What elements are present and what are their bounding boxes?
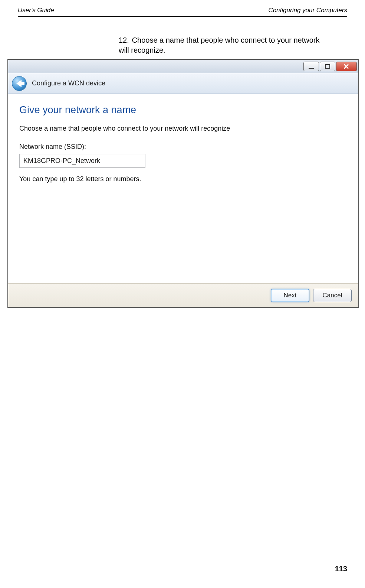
minimize-icon <box>309 64 314 69</box>
breadcrumb-bar: Configure a WCN device <box>8 73 358 94</box>
header-right: Configuring your Computers <box>268 7 347 14</box>
wizard-content: Give your network a name Choose a name t… <box>8 94 358 283</box>
maximize-button[interactable] <box>320 62 335 71</box>
maximize-icon <box>325 64 330 69</box>
wizard-subtitle: Choose a name that people who connect to… <box>19 125 347 133</box>
cancel-button[interactable]: Cancel <box>313 289 352 302</box>
back-arrow-icon <box>16 80 22 87</box>
wizard-button-bar: Next Cancel <box>8 283 358 307</box>
step-instruction: 12. Choose a name that people who connec… <box>119 35 328 55</box>
next-button[interactable]: Next <box>271 289 309 302</box>
back-button[interactable] <box>12 76 27 91</box>
wizard-window: Configure a WCN device Give your network… <box>7 59 359 308</box>
step-number: 12. <box>119 35 130 45</box>
ssid-input[interactable] <box>19 154 145 168</box>
minimize-button[interactable] <box>303 62 319 71</box>
close-icon <box>343 64 350 69</box>
step-body: Choose a name that people who connect to… <box>119 36 319 54</box>
ssid-hint: You can type up to 32 letters or numbers… <box>19 175 347 183</box>
page-number: 113 <box>335 565 347 573</box>
close-button[interactable] <box>336 62 357 71</box>
header-left: User's Guide <box>18 7 54 14</box>
breadcrumb-text: Configure a WCN device <box>32 79 105 87</box>
page-header: User's Guide Configuring your Computers <box>18 0 347 17</box>
wizard-title: Give your network a name <box>19 104 347 116</box>
ssid-label: Network name (SSID): <box>19 143 347 151</box>
window-title-bar <box>8 60 358 73</box>
